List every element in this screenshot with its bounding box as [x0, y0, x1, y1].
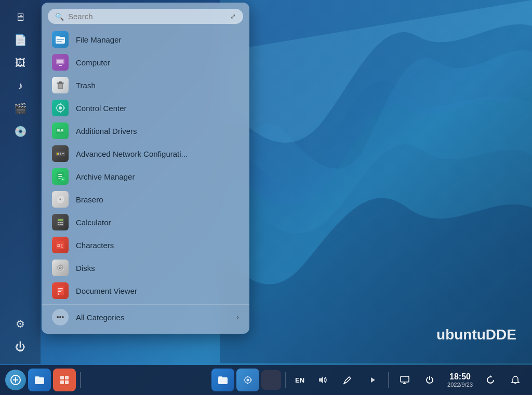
svg-rect-29 — [58, 174, 62, 175]
computer-icon — [52, 54, 69, 71]
desktop-brand-text: ubuntuDDE — [436, 326, 516, 343]
svg-rect-6 — [59, 65, 62, 66]
svg-rect-31 — [58, 178, 61, 179]
taskbar-divider-1 — [80, 372, 81, 388]
chevron-right-icon: › — [236, 313, 239, 321]
menu-item-trash[interactable]: Trash — [42, 74, 249, 97]
brasero-label: Brasero — [76, 195, 103, 204]
all-categories-icon: ••• — [52, 309, 69, 325]
sidebar-icon-video[interactable]: 🎬 — [11, 99, 30, 118]
taskbar-display[interactable] — [393, 369, 416, 391]
svg-rect-64 — [65, 376, 69, 379]
svg-rect-39 — [58, 219, 63, 221]
svg-rect-20 — [57, 129, 60, 131]
menu-items-list: File Manager Computer — [42, 28, 249, 302]
document-viewer-icon: e — [52, 282, 69, 299]
app-menu: 🔍 ⤢ File Manager — [42, 3, 249, 334]
menu-item-archive-manager[interactable]: + Archive Manager — [42, 165, 249, 188]
advanced-network-label: Advanced Network Configurati... — [76, 149, 188, 158]
svg-point-52 — [60, 267, 61, 268]
left-sidebar: 🖥 📄 🖼 ♪ 🎬 💿 ⚙ ⏻ — [0, 0, 41, 364]
calculator-label: Calculator — [76, 218, 111, 227]
svg-rect-68 — [218, 376, 222, 378]
dots-icon: ••• — [57, 313, 64, 321]
taskbar-file-manager[interactable] — [28, 369, 51, 391]
svg-rect-3 — [57, 41, 62, 42]
taskbar-blank[interactable] — [261, 370, 281, 390]
svg-point-37 — [60, 199, 61, 200]
svg-text:Ω: Ω — [57, 243, 61, 248]
svg-rect-55 — [58, 290, 63, 291]
disks-icon — [52, 260, 69, 276]
calculator-icon — [52, 214, 69, 230]
menu-item-disks[interactable]: Disks — [42, 256, 249, 279]
svg-rect-2 — [57, 39, 64, 40]
svg-rect-40 — [58, 222, 59, 223]
clock-date: 2022/9/23 — [447, 382, 473, 388]
taskbar: EN 18:50 — [0, 365, 532, 395]
svg-rect-44 — [60, 224, 61, 225]
sidebar-icon-storage[interactable]: 💿 — [11, 122, 30, 141]
sidebar-icon-gallery[interactable]: 🖼 — [11, 53, 30, 72]
menu-item-file-manager[interactable]: File Manager — [42, 28, 249, 51]
svg-rect-5 — [57, 60, 63, 63]
svg-rect-42 — [61, 222, 63, 223]
sidebar-icon-power[interactable]: ⏻ — [11, 337, 30, 356]
brasero-icon — [52, 191, 69, 208]
taskbar-pen[interactable] — [336, 369, 359, 391]
taskbar-clock[interactable]: 18:50 2022/9/23 — [447, 372, 473, 388]
sidebar-icon-files[interactable]: 📄 — [11, 31, 30, 49]
taskbar-language[interactable]: EN — [290, 369, 309, 391]
all-categories-item[interactable]: ••• All Categories › — [42, 304, 249, 330]
control-center-icon — [52, 100, 69, 116]
all-categories-label: All Categories — [76, 313, 229, 322]
additional-drivers-icon — [52, 122, 69, 139]
taskbar-tray-filemgr[interactable] — [211, 369, 234, 391]
menu-item-brasero[interactable]: Brasero — [42, 188, 249, 211]
menu-item-advanced-network[interactable]: Advanced Network Configurati... — [42, 142, 249, 165]
file-manager-icon — [52, 31, 69, 48]
characters-label: Characters — [76, 241, 114, 250]
taskbar-notifications[interactable] — [504, 369, 527, 391]
desktop-decoration — [220, 0, 532, 363]
computer-label: Computer — [76, 58, 110, 67]
svg-rect-27 — [62, 153, 64, 154]
svg-rect-65 — [60, 380, 64, 384]
search-bar[interactable]: 🔍 ⤢ — [48, 9, 243, 24]
sidebar-icon-settings[interactable]: ⚙ — [11, 315, 30, 333]
taskbar-apps[interactable] — [53, 369, 76, 391]
taskbar-volume[interactable] — [311, 369, 334, 391]
menu-item-characters[interactable]: Ω ∑ Characters — [42, 234, 249, 256]
expand-icon[interactable]: ⤢ — [230, 12, 236, 20]
svg-rect-62 — [35, 376, 39, 378]
taskbar-launcher[interactable] — [5, 370, 26, 390]
taskbar-tray-settings[interactable] — [236, 369, 259, 391]
trash-icon — [52, 77, 69, 93]
sidebar-icon-music[interactable]: ♪ — [11, 76, 30, 95]
svg-rect-1 — [56, 36, 60, 38]
document-viewer-label: Document Viewer — [76, 287, 137, 295]
menu-item-calculator[interactable]: Calculator — [42, 211, 249, 234]
menu-item-control-center[interactable]: Control Center — [42, 97, 249, 119]
svg-marker-75 — [319, 376, 323, 384]
svg-rect-21 — [61, 129, 63, 131]
menu-item-additional-drivers[interactable]: Additional Drivers — [42, 119, 249, 142]
svg-rect-77 — [401, 376, 409, 382]
svg-rect-19 — [56, 128, 64, 134]
svg-rect-63 — [60, 376, 64, 379]
menu-item-document-viewer[interactable]: e Document Viewer — [42, 279, 249, 302]
taskbar-update[interactable] — [479, 369, 502, 391]
menu-item-computer[interactable]: Computer — [42, 51, 249, 74]
taskbar-divider-3 — [388, 372, 389, 388]
sidebar-icon-monitor[interactable]: 🖥 — [11, 8, 30, 26]
taskbar-power[interactable] — [418, 369, 441, 391]
search-input[interactable] — [68, 12, 226, 21]
svg-rect-22 — [57, 131, 63, 132]
svg-rect-45 — [61, 224, 63, 225]
taskbar-arrow[interactable] — [361, 369, 384, 391]
archive-manager-icon: + — [52, 168, 69, 185]
svg-rect-9 — [59, 81, 62, 83]
svg-text:∑: ∑ — [61, 244, 63, 248]
search-icon: 🔍 — [55, 12, 64, 21]
trash-label: Trash — [76, 81, 96, 90]
